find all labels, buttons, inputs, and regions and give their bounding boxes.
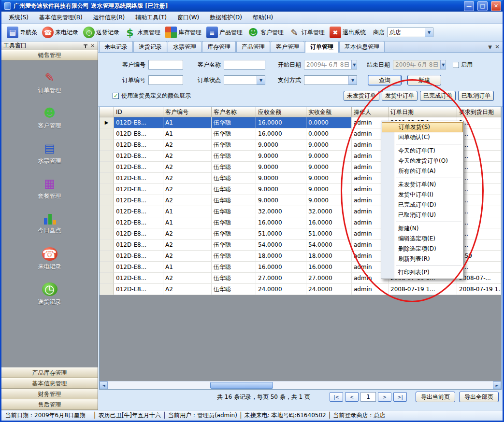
scrollbar-thumb[interactable] <box>210 382 273 389</box>
sidebar-item[interactable]: ☎ 来电记录 <box>1 241 98 277</box>
export-current-page-button[interactable]: 导出当前页 <box>416 392 455 402</box>
menu-bar-item[interactable]: 辅助工具(T) <box>130 12 172 23</box>
column-header-operator[interactable]: 操作人 <box>352 107 389 117</box>
row-selector[interactable]: ▶ <box>100 273 114 284</box>
toolbar-button[interactable]: ◷ 送货记录 <box>81 25 122 40</box>
context-menu-item[interactable]: 打印列表(P) <box>382 267 463 278</box>
column-header-order-date[interactable]: 订单日期 <box>389 107 457 117</box>
menu-bar-item[interactable]: 窗口(W) <box>172 12 204 23</box>
menu-bar-item[interactable]: 基本信息管理(B) <box>34 12 88 23</box>
end-date-picker[interactable]: 2009年 6月 8日 ▼ <box>393 60 446 70</box>
toolbar-button[interactable]: $ 水票管理 <box>122 25 163 40</box>
menu-bar-item[interactable]: 运行信息(R) <box>88 12 130 23</box>
sidebar-group-sales[interactable]: 销售管理 <box>1 50 98 60</box>
column-header-receivable[interactable]: 应收金额 <box>256 107 306 117</box>
chevron-down-icon[interactable]: ▼ <box>351 60 357 69</box>
column-header-required-date[interactable]: 要求到货日期 <box>457 107 501 117</box>
sidebar-item[interactable]: ☻ 客户管理 <box>1 100 98 136</box>
context-menu-item[interactable]: 今天的订单(T) <box>382 146 463 156</box>
row-selector[interactable]: ▶ <box>100 140 114 151</box>
close-button[interactable]: ✕ <box>491 1 501 11</box>
color-display-checkbox[interactable]: ✓ <box>113 93 119 99</box>
context-menu-item[interactable]: 订单发货(S) <box>382 122 463 132</box>
tab[interactable]: 客户管理 <box>271 41 304 52</box>
sidebar-item[interactable]: ◷ 送货记录 <box>1 277 98 312</box>
prev-page-button[interactable]: < <box>345 392 359 402</box>
order-status-select[interactable]: ▼ <box>224 75 265 85</box>
context-menu-item[interactable]: 编辑选定项(E) <box>382 234 463 244</box>
sidebar-group-bar[interactable]: 产品库存管理 <box>1 367 98 378</box>
row-selector[interactable]: ▶ <box>100 195 114 206</box>
next-page-button[interactable]: > <box>378 392 391 402</box>
export-all-pages-button[interactable]: 导出全部页 <box>459 392 499 402</box>
tab[interactable]: 基本信息管理 <box>339 41 385 52</box>
maximize-button[interactable]: □ <box>477 1 488 11</box>
customer-name-input[interactable] <box>224 60 265 70</box>
order-status-filter-button[interactable]: 已完成订单 <box>420 91 456 101</box>
row-selector[interactable]: ▶ <box>100 117 114 128</box>
toolbar-button[interactable]: ✎ 订单管理 <box>286 25 327 40</box>
column-header-id[interactable]: ID <box>114 107 163 117</box>
row-selector[interactable]: ▶ <box>100 162 114 173</box>
row-selector[interactable]: ▶ <box>100 284 114 295</box>
toolbar-button[interactable]: 库存管理 <box>163 25 204 40</box>
row-selector[interactable]: ▶ <box>100 262 114 273</box>
tab[interactable]: 订单管理 <box>305 41 339 53</box>
context-menu-item[interactable]: 未发货订单(N) <box>382 180 463 190</box>
sidebar-item[interactable]: ▤ 水票管理 <box>1 136 98 171</box>
store-select[interactable]: 总店 ▼ <box>387 28 433 37</box>
context-menu-item[interactable]: 删除选定项(D) <box>382 244 463 254</box>
table-row[interactable]: ▶ 012D-E8... A2 伍华聪 24.0000 24.0000 admi… <box>100 284 501 295</box>
column-header-received[interactable]: 实收金额 <box>306 107 352 117</box>
minimize-button[interactable]: — <box>464 1 474 11</box>
row-selector[interactable]: ▶ <box>100 173 114 184</box>
current-page-input[interactable]: 1 <box>360 392 376 402</box>
tab[interactable]: 来电记录 <box>99 41 133 52</box>
menu-bar-item[interactable]: 帮助(H) <box>247 12 278 23</box>
chevron-down-icon[interactable]: ▼ <box>425 28 433 37</box>
toolbar-button[interactable]: ✖ 退出系统 <box>327 25 368 40</box>
toolbar-button[interactable]: ☎ 来电记录 <box>40 25 81 40</box>
row-selector[interactable]: ▶ <box>100 228 114 239</box>
chevron-down-icon[interactable]: ▼ <box>257 76 265 84</box>
order-status-filter-button[interactable]: 未发货订单 <box>344 91 379 101</box>
pay-method-select[interactable]: ▼ <box>304 75 357 85</box>
menu-bar-item[interactable]: 系统(S) <box>3 12 34 23</box>
context-menu-item[interactable]: 所有的订单(A) <box>382 166 463 176</box>
sidebar-item[interactable]: ▦ 套餐管理 <box>1 171 98 206</box>
context-menu-item[interactable]: 发货中订单(I) <box>382 190 463 200</box>
toolbar-button[interactable]: ▤ 导航条 <box>4 25 40 40</box>
tab-close-icon[interactable]: ✕ <box>495 43 500 50</box>
row-selector[interactable]: ▶ <box>100 206 114 217</box>
context-menu-item[interactable]: 今天的发货订单(O) <box>382 156 463 166</box>
row-selector[interactable]: ▶ <box>100 128 114 140</box>
row-selector[interactable]: ▶ <box>100 184 114 195</box>
new-button[interactable]: 新建 <box>407 75 441 85</box>
order-code-input[interactable] <box>148 75 183 85</box>
order-status-filter-button[interactable]: 已取消订单 <box>458 91 494 101</box>
order-status-filter-button[interactable]: 发货中订单 <box>382 91 418 101</box>
sidebar-group-bar[interactable]: 基本信息管理 <box>1 378 98 389</box>
last-page-button[interactable]: >| <box>393 392 407 402</box>
enable-end-date-checkbox[interactable] <box>453 62 459 68</box>
tool-window-close-icon[interactable]: ✕ <box>90 43 96 49</box>
toolbar-button[interactable]: ☻ 客户管理 <box>245 25 286 40</box>
sidebar-group-bar[interactable]: 财务管理 <box>1 389 98 399</box>
context-menu-item[interactable]: 刷新列表(R) <box>382 254 463 264</box>
start-date-picker[interactable]: 2009年 6月 8日 ▼ <box>304 60 357 70</box>
column-header-customer-name[interactable]: 客户名称 <box>212 107 256 117</box>
column-header-customer-code[interactable]: 客户编号 <box>163 107 212 117</box>
tab[interactable]: 产品管理 <box>236 41 270 52</box>
row-selector[interactable]: ▶ <box>100 217 114 228</box>
chevron-down-icon[interactable]: ▼ <box>440 60 446 69</box>
tab-list-dropdown-icon[interactable]: ▼ <box>488 44 492 50</box>
sidebar-item[interactable]: 今日盘点 <box>1 206 98 241</box>
context-menu-item[interactable]: 新建(N) <box>382 224 463 234</box>
chevron-down-icon[interactable]: ▼ <box>348 76 357 84</box>
menu-bar-item[interactable]: 数据维护(D) <box>204 12 247 23</box>
query-button[interactable]: 查询 <box>368 75 402 85</box>
sidebar-group-bar[interactable]: 售后管理 <box>1 399 98 410</box>
row-selector[interactable]: ▶ <box>100 151 114 162</box>
context-menu-item[interactable]: 回单确认(C) <box>382 132 463 142</box>
tab[interactable]: 水票管理 <box>168 41 202 52</box>
